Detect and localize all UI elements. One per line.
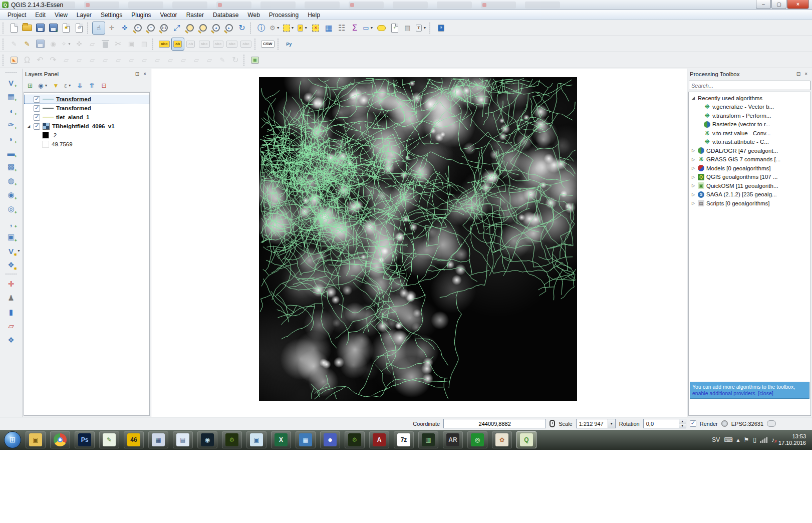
algorithm-item[interactable]: ❋v.to.rast.attribute - C... xyxy=(689,138,810,147)
expand-all-button[interactable]: ⇊ xyxy=(74,80,85,91)
identify-features-button[interactable]: ⓘ xyxy=(255,22,268,35)
move-label-button[interactable]: abc xyxy=(211,38,225,51)
zoom-last-button[interactable]: ◂ xyxy=(209,22,222,35)
algorithm-item[interactable]: ❋v.to.rast.value - Conv... xyxy=(689,129,810,138)
taskbar-measure-app[interactable]: 46 xyxy=(124,431,144,448)
processing-close-button[interactable]: × xyxy=(802,71,809,77)
new-project-button[interactable] xyxy=(8,22,21,35)
layer-labeling-button[interactable]: abc xyxy=(157,38,171,51)
coordinate-capture-button[interactable]: ✛ xyxy=(5,277,18,291)
add-wcs-layer-button[interactable]: ◉+ xyxy=(5,188,18,202)
menu-item-view[interactable]: View xyxy=(50,11,72,20)
metasearch-csw-button[interactable]: CSW xyxy=(259,38,276,51)
taskbar-7zip[interactable]: 7z xyxy=(394,431,414,448)
collapse-all-button[interactable]: ⇈ xyxy=(86,80,97,91)
close-notice-link[interactable]: [close] xyxy=(758,390,773,396)
taskbar-notepad[interactable]: ▤ xyxy=(173,431,193,448)
map-canvas[interactable] xyxy=(259,77,577,401)
rotate-label-button[interactable]: abc xyxy=(225,38,239,51)
rotation-spin-arrows[interactable]: ▲▼ xyxy=(679,419,686,428)
offset-feature-button[interactable]: ▱ xyxy=(86,38,99,51)
open-attribute-table-button[interactable]: ▦ xyxy=(322,22,335,35)
taskbar-gear-app-1[interactable]: ⚙ xyxy=(222,431,242,448)
add-wfs-layer-button[interactable]: ◎+ xyxy=(5,202,18,216)
rotation-spinbox[interactable]: 0,0 ▲▼ xyxy=(643,419,686,428)
topology-checker-button[interactable]: ▱ xyxy=(5,319,18,333)
menu-item-processing[interactable]: Processing xyxy=(264,11,303,20)
gps-information-button[interactable]: ▮ xyxy=(5,305,18,319)
layer-visibility-checkbox[interactable] xyxy=(34,123,40,130)
new-print-composer-button[interactable]: ✱ xyxy=(60,22,73,35)
show-bookmarks-button[interactable]: ▤ xyxy=(401,22,414,35)
taskbar-photo-viewer[interactable]: ▣ xyxy=(246,431,266,448)
statistics-button[interactable]: Σ xyxy=(348,22,361,35)
open-project-button[interactable] xyxy=(21,22,34,35)
add-spatialite-layer-button[interactable]: ✑+ xyxy=(5,118,18,132)
taskbar-chrome[interactable] xyxy=(50,431,70,448)
save-layer-edits-button[interactable] xyxy=(34,38,47,51)
new-grass-layer-button[interactable]: ❖✱ xyxy=(5,258,18,272)
menu-item-settings[interactable]: Settings xyxy=(96,11,127,20)
algorithm-search-input[interactable] xyxy=(689,81,810,90)
node-tool-button[interactable]: ✧▼ xyxy=(60,38,73,51)
add-wms-layer-button[interactable]: ◍+ xyxy=(5,174,18,188)
rotate-point-symbols-button[interactable]: ✎ xyxy=(216,54,229,67)
current-edits-button[interactable]: ✎ xyxy=(8,38,21,51)
filter-by-expression-button[interactable]: ε▼ xyxy=(62,80,73,91)
python-console-button[interactable]: Py xyxy=(283,38,296,51)
snapping-options-button[interactable]: Ω xyxy=(21,54,34,67)
tree-expander-icon[interactable]: ▷ xyxy=(691,175,696,179)
layers-panel-close-button[interactable]: × xyxy=(141,71,148,77)
add-part-button[interactable]: ▱ xyxy=(99,54,112,67)
zoom-full-button[interactable]: ⤢ xyxy=(170,22,183,35)
copy-features-button[interactable]: ▣ xyxy=(125,38,138,51)
scale-combo[interactable]: 1:212 947 ▼ xyxy=(576,419,616,428)
algorithm-item[interactable]: ❋v.transform - Perform... xyxy=(689,111,810,120)
layer-visibility-checkbox[interactable] xyxy=(34,96,40,103)
touch-zoom-and-pan-button[interactable]: ☝ xyxy=(92,22,105,35)
keyboard-locale-label[interactable]: SV xyxy=(712,436,720,443)
pin-labels-button[interactable]: ab xyxy=(171,38,184,51)
field-calculator-button[interactable]: ☷ xyxy=(335,22,348,35)
restore-button[interactable]: ▢ xyxy=(771,0,786,9)
paste-features-button[interactable]: ▤ xyxy=(138,38,151,51)
taskbar-excel[interactable]: X xyxy=(271,431,291,448)
menu-item-plugins[interactable]: Plugins xyxy=(127,11,155,20)
manage-layer-visibility-button[interactable]: ◉▼ xyxy=(37,80,49,91)
enable-providers-link[interactable]: enable additional providers. xyxy=(692,390,756,396)
add-db2-layer-button[interactable]: ▩+ xyxy=(5,160,18,174)
menu-item-web[interactable]: Web xyxy=(243,11,264,20)
power-plug-tray-icon[interactable]: ▯ xyxy=(753,436,756,443)
menu-item-vector[interactable]: Vector xyxy=(156,11,182,20)
fill-ring-button[interactable]: ▱ xyxy=(112,54,125,67)
taskbar-obs[interactable]: ▥ xyxy=(418,431,438,448)
taskbar-discord[interactable]: ☻ xyxy=(320,431,340,448)
osm-plugin-button[interactable]: ▦ xyxy=(248,54,261,67)
tree-expander-icon[interactable]: ▷ xyxy=(691,192,696,197)
taskbar-qgis[interactable]: Q xyxy=(516,431,536,448)
layers-panel-float-button[interactable]: ⊡ xyxy=(133,71,141,77)
cut-features-button[interactable]: ✂ xyxy=(112,38,125,51)
algorithm-group[interactable]: ▷❋GRASS GIS 7 commands [... xyxy=(689,155,810,164)
simplify-feature-button[interactable]: ▱ xyxy=(73,54,86,67)
zoom-to-selection-button[interactable] xyxy=(183,22,196,35)
algorithm-item[interactable]: Rasterize (vector to r... xyxy=(689,120,810,129)
add-feature-button[interactable]: ◉ xyxy=(47,38,60,51)
crs-status[interactable]: EPSG:32631 xyxy=(731,421,763,427)
toggle-editing-button[interactable]: ✎ xyxy=(21,38,34,51)
help-button[interactable]: ? xyxy=(434,22,447,35)
taskbar-gear-app-2[interactable]: ⚙ xyxy=(345,431,365,448)
algorithm-group[interactable]: ▷QQGIS geoalgorithms [107 ... xyxy=(689,173,810,182)
run-feature-action-button[interactable]: ⚙▼ xyxy=(268,22,282,35)
flag-tray-icon[interactable]: ⚑ xyxy=(744,436,749,443)
delete-part-button[interactable]: ▱ xyxy=(138,54,151,67)
add-virtual-layer-button[interactable]: ▣+ xyxy=(5,230,18,244)
algorithm-group[interactable]: ▷GDAL/OGR [47 geoalgorit... xyxy=(689,146,810,155)
add-mssql-layer-button[interactable]: ◗+ xyxy=(5,132,18,146)
menu-item-raster[interactable]: Raster xyxy=(182,11,208,20)
minimize-button[interactable]: – xyxy=(756,0,771,9)
save-project-button[interactable] xyxy=(34,22,47,35)
new-shapefile-layer-button[interactable]: V✱▼ xyxy=(5,244,18,258)
layer-row[interactable]: ◢TBheightfield_4096_v1 xyxy=(24,122,149,131)
render-checkbox[interactable] xyxy=(690,420,696,427)
